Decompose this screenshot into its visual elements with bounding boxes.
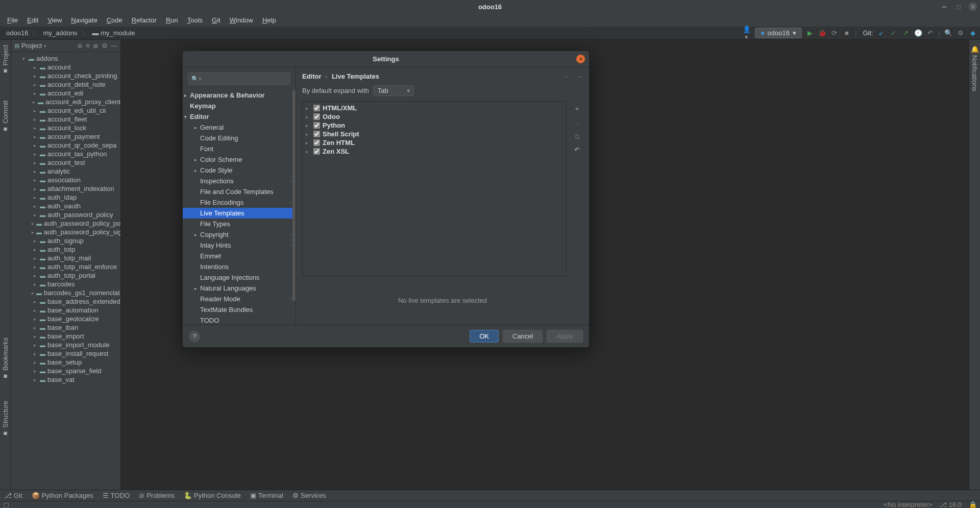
maximize-icon[interactable]: □ bbox=[954, 3, 963, 11]
template-group[interactable]: ▸HTML/XML bbox=[305, 104, 564, 112]
settings-nav-item[interactable]: Font bbox=[183, 143, 296, 154]
tree-row[interactable]: ▸▬account_fleet bbox=[11, 115, 120, 124]
settings-nav-item[interactable]: Inspections▫ bbox=[183, 176, 296, 186]
locate-icon[interactable]: ⊕ bbox=[77, 42, 83, 50]
gutter-tab-commit[interactable]: ■Commit bbox=[2, 101, 9, 133]
gutter-tab-project[interactable]: ■Project bbox=[2, 45, 9, 75]
toolwindow-git[interactable]: ⎇Git bbox=[4, 492, 22, 499]
tree-row[interactable]: ▸▬base_setup bbox=[11, 358, 120, 367]
expand-icon[interactable]: ≡ bbox=[86, 42, 90, 50]
stop-icon[interactable]: ■ bbox=[843, 29, 851, 37]
settings-nav-item[interactable]: ▸Natural Languages bbox=[183, 283, 296, 294]
dialog-close-button[interactable]: ✕ bbox=[576, 55, 585, 63]
settings-nav-item[interactable]: Keymap bbox=[183, 101, 296, 111]
gear-icon[interactable]: ⚙ bbox=[957, 29, 965, 37]
tree-row[interactable]: ▸▬auth_ldap bbox=[11, 193, 120, 202]
tree-row[interactable]: ▸▬account_check_printing bbox=[11, 71, 120, 80]
template-group[interactable]: ▸Python bbox=[305, 121, 564, 130]
minimize-icon[interactable]: ━ bbox=[940, 3, 948, 11]
settings-nav-item[interactable]: TextMate Bundles bbox=[183, 304, 296, 315]
tree-row[interactable]: ▸▬attachment_indexation bbox=[11, 184, 120, 193]
tree-row[interactable]: ▸▬base_iban bbox=[11, 323, 120, 332]
toolwindow-services[interactable]: ⚙Services bbox=[292, 492, 326, 499]
breadcrumb-segment[interactable]: odoo16 bbox=[3, 28, 31, 38]
template-group[interactable]: ▸Shell Script bbox=[305, 130, 564, 138]
template-group[interactable]: ▸Odoo bbox=[305, 112, 564, 121]
tree-row[interactable]: ▸▬account bbox=[11, 63, 120, 71]
git-commit-icon[interactable]: ✓ bbox=[890, 29, 898, 37]
tree-row[interactable]: ▸▬auth_totp_portal bbox=[11, 271, 120, 280]
toolwindow-python-packages[interactable]: 📦Python Packages bbox=[32, 492, 93, 499]
pycharm-icon[interactable]: ◆ bbox=[969, 29, 977, 37]
ok-button[interactable]: OK bbox=[470, 330, 499, 343]
tree-row[interactable]: ▸▬auth_totp_mail_enforce bbox=[11, 262, 120, 271]
tree-row[interactable]: ▸▬auth_totp_mail bbox=[11, 254, 120, 262]
notifications-tab[interactable]: 🔔 Notifications bbox=[971, 45, 978, 91]
menu-refactor[interactable]: Refactor bbox=[128, 15, 161, 26]
rerun-icon[interactable]: ⟳ bbox=[830, 29, 839, 37]
tree-row[interactable]: ▾▬addons bbox=[11, 54, 120, 63]
breadcrumb-segment[interactable]: ▬ my_module bbox=[89, 28, 138, 38]
back-icon[interactable]: ← bbox=[564, 72, 570, 80]
tree-row[interactable]: ▸▬account_edi bbox=[11, 89, 120, 98]
scrollbar[interactable] bbox=[292, 90, 296, 301]
toolwindow-problems[interactable]: ⊘Problems bbox=[139, 492, 175, 499]
settings-nav-item[interactable]: Code Editing bbox=[183, 133, 296, 143]
settings-nav-item[interactable]: ▾Editor bbox=[183, 111, 296, 122]
hide-icon[interactable]: — bbox=[111, 42, 117, 50]
settings-nav-item[interactable]: Reader Mode▫ bbox=[183, 294, 296, 304]
git-revert-icon[interactable]: ↶ bbox=[926, 29, 935, 37]
lock-icon[interactable]: 🔒 bbox=[969, 501, 977, 508]
menu-help[interactable]: Help bbox=[258, 15, 280, 26]
collapse-icon[interactable]: ≣ bbox=[93, 42, 99, 50]
gutter-tab-structure[interactable]: ■Structure bbox=[2, 401, 9, 438]
git-update-icon[interactable]: ↙ bbox=[877, 29, 886, 37]
template-checkbox[interactable] bbox=[313, 122, 320, 129]
toolwindow-todo[interactable]: ☰TODO bbox=[103, 492, 130, 499]
revert-icon[interactable]: ↶ bbox=[574, 146, 580, 154]
template-group[interactable]: ▸Zen HTML bbox=[305, 138, 564, 147]
tree-row[interactable]: ▸▬auth_password_policy_signup bbox=[11, 228, 120, 236]
git-push-icon[interactable]: ↗ bbox=[902, 29, 910, 37]
tree-row[interactable]: ▸▬auth_signup bbox=[11, 236, 120, 245]
settings-nav-item[interactable]: Language Injections bbox=[183, 272, 296, 283]
menu-code[interactable]: Code bbox=[103, 15, 127, 26]
menu-navigate[interactable]: Navigate bbox=[67, 15, 101, 26]
copy-icon[interactable]: ⧉ bbox=[575, 133, 579, 141]
template-group[interactable]: ▸Zen XSL bbox=[305, 147, 564, 156]
gutter-tab-bookmarks[interactable]: ■Bookmarks bbox=[2, 337, 9, 380]
tree-row[interactable]: ▸▬account_edi_proxy_client bbox=[11, 98, 120, 106]
tree-row[interactable]: ▸▬association bbox=[11, 176, 120, 184]
settings-nav-item[interactable]: ▸Appearance & Behavior bbox=[183, 90, 296, 101]
menu-tools[interactable]: Tools bbox=[183, 15, 207, 26]
tree-row[interactable]: ▸▬base_import bbox=[11, 332, 120, 341]
template-checkbox[interactable] bbox=[313, 139, 320, 146]
settings-nav-item[interactable]: TODO bbox=[183, 315, 296, 325]
tree-row[interactable]: ▸▬account_payment bbox=[11, 132, 120, 141]
tree-row[interactable]: ▸▬base_geolocalize bbox=[11, 315, 120, 323]
template-checkbox[interactable] bbox=[313, 131, 320, 137]
tree-row[interactable]: ▸▬base_import_module bbox=[11, 341, 120, 349]
tree-row[interactable]: ▸▬account_qr_code_sepa bbox=[11, 141, 120, 150]
add-icon[interactable]: ＋ bbox=[574, 104, 580, 113]
templates-list[interactable]: ▸HTML/XML▸Odoo▸Python▸Shell Script▸Zen H… bbox=[303, 102, 566, 276]
git-history-icon[interactable]: 🕘 bbox=[914, 29, 922, 37]
tree-row[interactable]: ▸▬account_debit_note bbox=[11, 80, 120, 89]
tree-row[interactable]: ▸▬auth_password_policy_portal bbox=[11, 219, 120, 228]
tree-row[interactable]: ▸▬base_sparse_field bbox=[11, 367, 120, 375]
settings-nav-item[interactable]: Intentions bbox=[183, 261, 296, 272]
tree-row[interactable]: ▸▬auth_password_policy bbox=[11, 210, 120, 219]
settings-nav-item[interactable]: Emmet bbox=[183, 251, 296, 261]
settings-nav-item[interactable]: Live Templates bbox=[183, 208, 296, 219]
git-branch-status[interactable]: ⎇ 16.0 bbox=[939, 501, 962, 508]
settings-nav-item[interactable]: ▸Color Scheme bbox=[183, 154, 296, 165]
gear-icon[interactable]: ⚙ bbox=[102, 42, 108, 50]
tree-row[interactable]: ▸▬analytic bbox=[11, 167, 120, 176]
tree-row[interactable]: ▸▬base_automation bbox=[11, 306, 120, 315]
tree-row[interactable]: ▸▬base_install_request bbox=[11, 349, 120, 358]
tree-row[interactable]: ▸▬barcodes_gs1_nomenclature bbox=[11, 288, 120, 297]
settings-crumb-root[interactable]: Editor bbox=[302, 72, 322, 80]
settings-nav-item[interactable]: ▸General bbox=[183, 122, 296, 133]
template-checkbox[interactable] bbox=[313, 148, 320, 155]
breadcrumb[interactable]: odoo16〉my_addons〉▬ my_module bbox=[3, 28, 138, 38]
